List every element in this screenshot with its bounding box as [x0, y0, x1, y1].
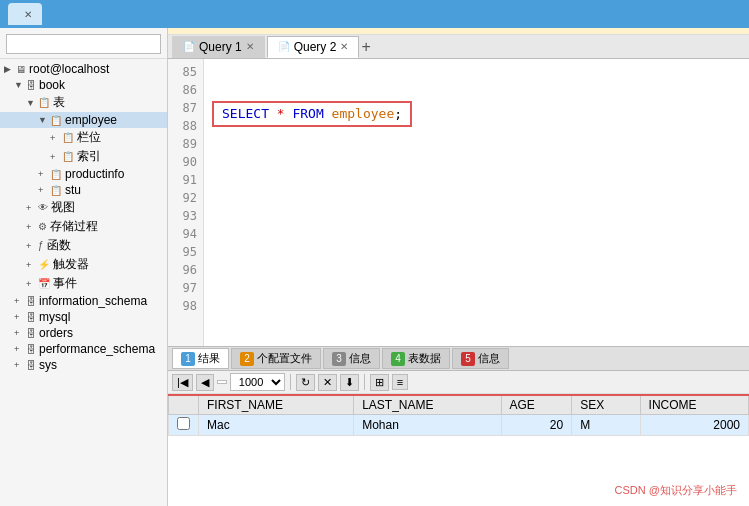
query-tab-close[interactable]: ✕	[340, 41, 348, 52]
line-number: 91	[174, 171, 197, 189]
expand-icon: +	[26, 260, 36, 270]
tree-label: 事件	[53, 275, 77, 292]
tree-icon: 🗄	[26, 312, 36, 323]
result-tab-4[interactable]: 4 表数据	[382, 348, 450, 369]
sidebar-item-indexes[interactable]: +📋索引	[0, 147, 167, 166]
sidebar-item-views[interactable]: +👁视图	[0, 198, 167, 217]
editor-line	[212, 297, 741, 315]
sidebar-item-tables[interactable]: ▼📋表	[0, 93, 167, 112]
watermark-text: @知识分享小能手	[649, 484, 737, 496]
sidebar-item-sys[interactable]: +🗄sys	[0, 357, 167, 373]
filter-input[interactable]	[6, 34, 161, 54]
tree-label: 视图	[51, 199, 75, 216]
table-row[interactable]: MacMohan20M2000	[169, 415, 749, 436]
editor-line	[212, 243, 741, 261]
sidebar-item-employee[interactable]: ▼📋employee	[0, 112, 167, 128]
tree-icon: ⚙	[38, 221, 47, 232]
line-number: 93	[174, 207, 197, 225]
query-add-button[interactable]: +	[361, 38, 370, 56]
expand-icon: +	[26, 222, 36, 232]
toolbar-select[interactable]: 1000	[230, 373, 285, 391]
expand-icon: +	[14, 296, 24, 306]
tree-label: book	[39, 78, 65, 92]
query-tab-label: Query 1	[199, 40, 242, 54]
row-checkbox[interactable]	[169, 415, 199, 436]
query-tab-q2[interactable]: 📄Query 2✕	[267, 36, 360, 58]
table-header-sex: SEX	[572, 395, 640, 415]
tree-label: 表	[53, 94, 65, 111]
tree-icon: 👁	[38, 202, 48, 213]
line-number: 98	[174, 297, 197, 315]
table-cell-income: 2000	[640, 415, 748, 436]
sidebar-item-events[interactable]: +📅事件	[0, 274, 167, 293]
sidebar-item-productinfo[interactable]: +📋productinfo	[0, 166, 167, 182]
tree-icon: 🗄	[26, 296, 36, 307]
result-tab-5[interactable]: 5 信息	[452, 348, 509, 369]
toolbar-delete[interactable]: ✕	[318, 374, 337, 391]
tree-icon: 🗄	[26, 360, 36, 371]
tree-label: productinfo	[65, 167, 124, 181]
tree-label: 函数	[47, 237, 71, 254]
sidebar-item-funcs[interactable]: +ƒ函数	[0, 236, 167, 255]
editor-line: SELECT * FROM employee;	[212, 99, 741, 117]
tree-label: performance_schema	[39, 342, 155, 356]
sidebar-item-procs[interactable]: +⚙存储过程	[0, 217, 167, 236]
tree-icon: 📅	[38, 278, 50, 289]
result-tab-1[interactable]: 1 结果	[172, 348, 229, 369]
query-tab-q1[interactable]: 📄Query 1✕	[172, 36, 265, 58]
table-cell-age: 20	[501, 415, 572, 436]
toolbar-refresh[interactable]: ↻	[296, 374, 315, 391]
tree-icon: 🖥	[16, 64, 26, 75]
sidebar-item-triggers[interactable]: +⚡触发器	[0, 255, 167, 274]
tree-label: 栏位	[77, 129, 101, 146]
sidebar-item-book[interactable]: ▼🗄book	[0, 77, 167, 93]
toolbar-grid[interactable]: ⊞	[370, 374, 389, 391]
result-tab-label: 结果	[198, 351, 220, 366]
expand-icon: +	[14, 344, 24, 354]
sidebar-item-perf_schema[interactable]: +🗄performance_schema	[0, 341, 167, 357]
line-numbers: 8586878889909192939495969798	[168, 59, 204, 346]
editor-line	[212, 261, 741, 279]
toolbar-nav-first[interactable]: |◀	[172, 374, 193, 391]
tree-icon: 🗄	[26, 80, 36, 91]
editor-line	[212, 135, 741, 153]
result-tab-2[interactable]: 2 个配置文件	[231, 348, 321, 369]
editor-content[interactable]: SELECT * FROM employee;	[204, 59, 749, 346]
tree-label: employee	[65, 113, 117, 127]
sidebar-item-stu[interactable]: +📋stu	[0, 182, 167, 198]
expand-icon: +	[50, 152, 60, 162]
sql-keyword-from: FROM	[292, 106, 323, 121]
title-tab[interactable]: ✕	[8, 3, 42, 25]
results-panel: 1 结果2 个配置文件3 信息4 表数据5 信息 |◀ ◀ 1000 ↻ ✕ ⬇…	[168, 346, 749, 506]
line-number: 86	[174, 81, 197, 99]
expand-icon: +	[26, 279, 36, 289]
query-tabs: 📄Query 1✕📄Query 2✕+	[168, 35, 749, 59]
tree-label: sys	[39, 358, 57, 372]
table-cell-last_name: Mohan	[354, 415, 501, 436]
right-panel: 📄Query 1✕📄Query 2✕+ 85868788899091929394…	[168, 28, 749, 506]
toolbar-nav-prev[interactable]: ◀	[196, 374, 214, 391]
sidebar-tree: ▶🖥root@localhost▼🗄book▼📋表▼📋employee+📋栏位+…	[0, 59, 167, 506]
tree-label: orders	[39, 326, 73, 340]
line-number: 88	[174, 117, 197, 135]
expand-icon: ▶	[4, 64, 14, 74]
result-tab-label: 信息	[478, 351, 500, 366]
editor-line	[212, 279, 741, 297]
toolbar-text[interactable]: ≡	[392, 374, 408, 390]
toolbar-export[interactable]: ⬇	[340, 374, 359, 391]
table-header-last_name: LAST_NAME	[354, 395, 501, 415]
sidebar-item-orders[interactable]: +🗄orders	[0, 325, 167, 341]
title-close-button[interactable]: ✕	[24, 9, 32, 20]
line-number: 94	[174, 225, 197, 243]
main-container: ▶🖥root@localhost▼🗄book▼📋表▼📋employee+📋栏位+…	[0, 28, 749, 506]
sidebar-item-info_schema[interactable]: +🗄information_schema	[0, 293, 167, 309]
result-tab-3[interactable]: 3 信息	[323, 348, 380, 369]
table-cell-first_name: Mac	[199, 415, 354, 436]
table-header-first_name: FIRST_NAME	[199, 395, 354, 415]
editor-line	[212, 171, 741, 189]
sidebar-item-cols[interactable]: +📋栏位	[0, 128, 167, 147]
sidebar-item-mysql[interactable]: +🗄mysql	[0, 309, 167, 325]
expand-icon: +	[26, 203, 36, 213]
sidebar-item-root[interactable]: ▶🖥root@localhost	[0, 61, 167, 77]
query-tab-close[interactable]: ✕	[246, 41, 254, 52]
